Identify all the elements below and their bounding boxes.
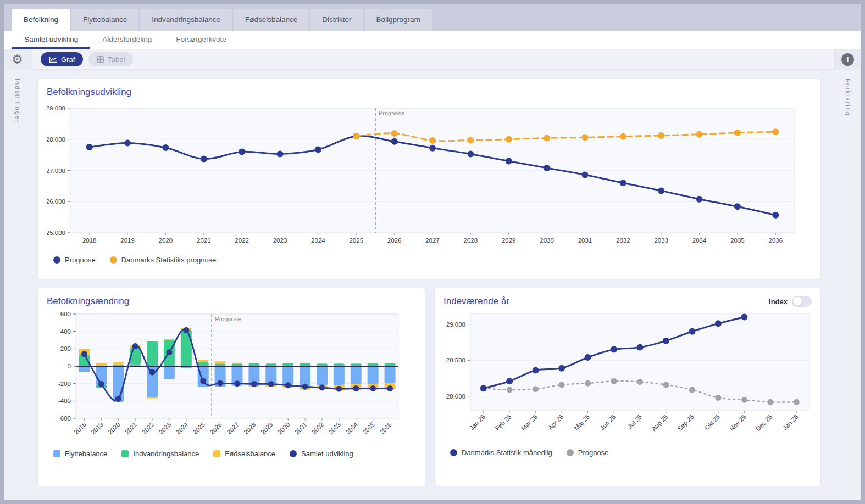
- svg-text:2025: 2025: [192, 421, 207, 436]
- svg-text:2024: 2024: [311, 237, 325, 244]
- svg-text:Prognose: Prognose: [215, 316, 241, 322]
- tab-flyttebalance[interactable]: Flyttebalance: [71, 9, 138, 31]
- graf-button-label: Graf: [61, 55, 75, 64]
- index-toggle-label: Index: [769, 298, 788, 306]
- legend-label: Flyttebalance: [65, 450, 107, 458]
- svg-text:2019: 2019: [90, 421, 104, 436]
- svg-text:2035: 2035: [361, 421, 376, 436]
- svg-text:2022: 2022: [235, 237, 249, 244]
- toggle-knob: [793, 297, 802, 306]
- befolkningsaendring-legend: Flyttebalance Indvandringsbalance Fødsel…: [47, 450, 416, 458]
- svg-text:2033: 2033: [328, 421, 342, 436]
- svg-text:2031: 2031: [293, 421, 308, 436]
- legend-item-flyttebalance[interactable]: Flyttebalance: [53, 450, 107, 458]
- svg-text:Dec 25: Dec 25: [755, 413, 773, 432]
- svg-text:2023: 2023: [273, 237, 287, 244]
- befolkningsaendring-card: Befolkningsændring -600-400-200020040060…: [37, 288, 425, 486]
- graf-button[interactable]: Graf: [41, 52, 83, 66]
- legend-item-indvandringsbalance[interactable]: Indvandringsbalance: [121, 450, 199, 458]
- svg-text:26.000: 26.000: [47, 198, 65, 205]
- tab-distrikter[interactable]: Distrikter: [310, 9, 363, 31]
- samlet-udvikling-swatch: [290, 450, 297, 457]
- toolbar: ⚙ Graf Tabel: [4, 49, 861, 70]
- prognose-gray-swatch: [567, 449, 574, 456]
- befolkningsudvikling-legend: Prognose Danmarks Statistiks prognose: [47, 256, 812, 264]
- main-tab-bar: Befolkning Flyttebalance Indvandringsbal…: [4, 4, 861, 31]
- prognose-swatch: [53, 256, 60, 264]
- svg-text:2025: 2025: [349, 237, 363, 244]
- tabel-button[interactable]: Tabel: [88, 52, 133, 66]
- svg-text:Apr 25: Apr 25: [547, 413, 564, 431]
- svg-text:28.500: 28.500: [446, 357, 465, 363]
- svg-text:25.000: 25.000: [47, 229, 65, 236]
- svg-text:Prognose: Prognose: [379, 110, 404, 116]
- indevaerende-aar-header: Indeværende år Index: [443, 296, 812, 307]
- svg-text:2030: 2030: [276, 421, 291, 436]
- legend-item-prognose-gray[interactable]: Prognose: [567, 449, 609, 457]
- svg-text:Jul 25: Jul 25: [626, 413, 643, 430]
- indstillinger-panel-label[interactable]: Indstillinger: [14, 79, 21, 500]
- legend-label: Prognose: [65, 256, 96, 264]
- index-toggle-wrap: Index: [769, 296, 812, 307]
- index-toggle[interactable]: [792, 296, 812, 307]
- befolkningsudvikling-card: Befolkningsudvikling 25.00026.00027.0002…: [37, 79, 821, 279]
- subtab-forsoergerkvote[interactable]: Forsørgerkvote: [164, 31, 239, 49]
- legend-item-samlet-udvikling[interactable]: Samlet udvikling: [290, 450, 353, 458]
- forklaring-rail: Forklaring: [834, 70, 861, 500]
- svg-text:2020: 2020: [159, 237, 173, 244]
- svg-text:2028: 2028: [464, 237, 478, 244]
- svg-text:2027: 2027: [225, 421, 240, 436]
- svg-text:Aug 25: Aug 25: [650, 413, 669, 432]
- svg-text:2029: 2029: [259, 421, 274, 436]
- svg-text:200: 200: [60, 345, 71, 352]
- legend-item-dst-maanedlig[interactable]: Danmarks Statistik månedlig: [450, 449, 552, 457]
- legend-item-foedselsbalance[interactable]: Fødselsbalance: [213, 450, 275, 458]
- indevaerende-aar-card: Indeværende år Index 28.00028.50029.000J…: [434, 288, 821, 486]
- svg-text:2036: 2036: [378, 421, 393, 436]
- tab-befolkning[interactable]: Befolkning: [12, 9, 70, 31]
- flyttebalance-swatch: [53, 450, 60, 457]
- svg-text:2029: 2029: [502, 237, 516, 244]
- line-chart-icon: [49, 56, 57, 63]
- svg-text:28.000: 28.000: [446, 393, 465, 400]
- tab-foedselsbalance[interactable]: Fødselsbalance: [234, 9, 309, 31]
- legend-label: Prognose: [578, 449, 609, 457]
- svg-text:Nov 25: Nov 25: [729, 413, 747, 432]
- sub-tab-bar: Samlet udvikling Aldersfordeling Forsørg…: [4, 31, 861, 49]
- subtab-samlet-udvikling[interactable]: Samlet udvikling: [12, 31, 90, 49]
- info-icon[interactable]: [841, 53, 854, 66]
- svg-text:2035: 2035: [730, 237, 745, 244]
- svg-text:Maj 25: Maj 25: [573, 413, 591, 432]
- svg-text:400: 400: [60, 328, 71, 335]
- tab-boligprogram[interactable]: Boligprogram: [365, 9, 432, 31]
- subtab-aldersfordeling[interactable]: Aldersfordeling: [90, 31, 164, 49]
- svg-text:2023: 2023: [158, 421, 173, 436]
- svg-text:2026: 2026: [387, 237, 402, 244]
- indevaerende-aar-title: Indeværende år: [443, 296, 509, 307]
- svg-text:2022: 2022: [141, 421, 156, 436]
- window-frame: Befolkning Flyttebalance Indvandringsbal…: [0, 0, 865, 504]
- befolkningsudvikling-chart: 25.00026.00027.00028.00029.0002018201920…: [47, 98, 812, 251]
- svg-text:2032: 2032: [310, 421, 325, 436]
- svg-text:Okt 25: Okt 25: [703, 413, 721, 431]
- svg-text:2033: 2033: [654, 237, 668, 244]
- svg-text:2018: 2018: [82, 237, 97, 244]
- svg-text:Feb 25: Feb 25: [494, 413, 513, 432]
- forklaring-panel-label[interactable]: Forklaring: [845, 79, 851, 500]
- befolkningsaendring-chart: -600-400-2000200400600201820192020202120…: [47, 307, 419, 445]
- indevaerende-aar-chart: 28.00028.50029.000Jan 25Feb 25Mar 25Apr …: [443, 307, 813, 444]
- gear-icon[interactable]: ⚙: [12, 53, 23, 66]
- svg-text:2032: 2032: [616, 237, 630, 244]
- svg-text:0: 0: [68, 363, 71, 369]
- svg-text:2031: 2031: [578, 237, 592, 244]
- legend-item-prognose[interactable]: Prognose: [53, 256, 96, 264]
- legend-label: Danmarks Statistik månedlig: [462, 449, 552, 457]
- legend-item-dst-prognose[interactable]: Danmarks Statistiks prognose: [110, 256, 217, 264]
- dst-maanedlig-swatch: [450, 449, 457, 456]
- befolkningsaendring-title: Befolkningsændring: [47, 296, 416, 307]
- svg-text:2018: 2018: [73, 421, 87, 436]
- tab-indvandringsbalance[interactable]: Indvandringsbalance: [140, 9, 232, 31]
- svg-text:2028: 2028: [242, 421, 257, 436]
- legend-label: Danmarks Statistiks prognose: [121, 256, 217, 264]
- svg-text:2034: 2034: [345, 421, 359, 436]
